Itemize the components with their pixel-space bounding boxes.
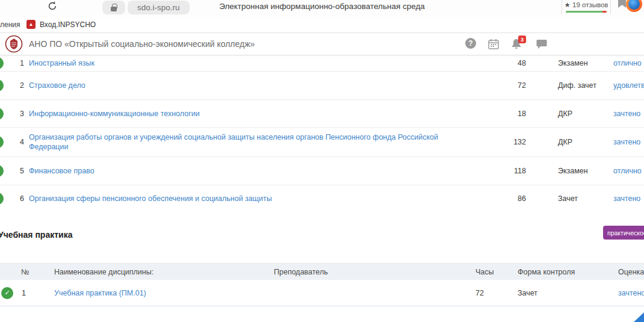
table-row: ✓ 6 Организация сферы пенсионного обеспе… (0, 185, 644, 212)
row-number: 1 (22, 289, 26, 297)
row-number: 6 (20, 194, 24, 203)
status-check-icon: ✓ (1, 287, 13, 299)
row-number: 4 (20, 138, 24, 146)
table-row: ✓ 1 Иностранный язык 48 Экзамен отлично (0, 55, 644, 72)
control-form: Экзамен (558, 167, 588, 175)
floating-button-fragment[interactable] (634, 312, 644, 322)
help-icon[interactable]: ? (465, 38, 477, 50)
inpsycho-favicon: ▲ (26, 20, 36, 29)
browser-toolbar: sdo.i-spo.ru Электронная информационно-о… (0, 0, 644, 17)
col-header-grade: Оценка (618, 268, 644, 276)
control-form: Зачет (518, 289, 537, 297)
avatar-image (628, 0, 640, 10)
org-name: АНО ПО «Открытый социально-экономический… (29, 39, 255, 49)
hours-value: 72 (475, 289, 484, 297)
col-header-num: № (21, 268, 29, 276)
practice-type-badge: практическое (603, 226, 644, 240)
college-logo[interactable] (5, 35, 23, 53)
col-header-teacher: Преподаватель (274, 268, 328, 276)
notifications-bell-icon[interactable]: 3 (510, 38, 522, 50)
status-check-icon: ✓ (0, 79, 4, 91)
hours-value: 18 (494, 110, 526, 118)
hours-value: 86 (494, 194, 526, 203)
control-form: Экзамен (558, 59, 588, 67)
status-check-icon: ✓ (0, 193, 4, 205)
control-form: Диф. зачет (558, 81, 596, 90)
discipline-link[interactable]: Информационно-коммуникационные технологи… (29, 109, 200, 119)
control-form: Зачет (558, 194, 578, 203)
table-row: ✓ 2 Страховое дело 72 Диф. зачет удовлет… (0, 72, 644, 100)
hours-value: 48 (494, 59, 526, 67)
grade-link[interactable]: отлично (613, 59, 642, 67)
bookmark-item-inpsycho[interactable]: Вход.INPSYCHO (40, 20, 96, 29)
control-form: ДКР (558, 110, 572, 118)
chat-icon[interactable] (536, 38, 548, 50)
hours-value: 132 (494, 138, 526, 146)
grade-link[interactable]: зачтено (618, 289, 644, 297)
grade-link[interactable]: зачтено (613, 138, 640, 146)
table-row: ✓ 5 Финансовое право 118 Экзамен отлично (0, 157, 644, 185)
hours-value: 72 (494, 81, 526, 90)
notification-badge: 3 (518, 36, 526, 43)
table-header-row: № Наименование дисциплины: Преподаватель… (0, 263, 644, 280)
table-row: ✓ 1 Учебная практика (ПМ.01) 72 Зачет за… (0, 280, 644, 306)
grade-link[interactable]: зачтено (613, 110, 640, 118)
grade-link[interactable]: удовлетворительно (613, 81, 644, 90)
grade-link[interactable]: зачтено (613, 194, 640, 203)
page: sdo.i-spo.ru Электронная информационно-о… (0, 0, 644, 322)
col-header-control: Форма контроля (518, 268, 575, 276)
table-row: ✓ 4 Организация работы органов и учрежде… (0, 128, 644, 157)
section-title: Учебная практика (0, 230, 72, 240)
row-number: 1 (20, 59, 24, 67)
discipline-link[interactable]: Учебная практика (ПМ.01) (54, 289, 146, 297)
control-form: ДКР (558, 138, 572, 146)
bookmarks-bar: ления ▲ Вход.INPSYCHO (0, 17, 644, 33)
discipline-link[interactable]: Страховое дело (29, 81, 85, 90)
status-check-icon: ✓ (0, 136, 4, 148)
grade-link[interactable]: отлично (613, 167, 642, 175)
hours-value: 118 (494, 167, 526, 175)
reviews-label: ★ 19 отзывов (565, 1, 608, 9)
row-number: 3 (20, 110, 24, 118)
discipline-link[interactable]: Иностранный язык (29, 58, 94, 68)
site-reviews-button[interactable]: ★ 19 отзывов (562, 0, 611, 14)
row-number: 2 (20, 81, 24, 90)
table-row: ✓ 3 Информационно-коммуникационные техно… (0, 100, 644, 128)
discipline-link[interactable]: Финансовое право (29, 166, 94, 176)
discipline-link[interactable]: Организация сферы пенсионного обеспечени… (29, 194, 272, 203)
site-header: АНО ПО «Открытый социально-экономический… (0, 33, 644, 55)
status-check-icon: ✓ (0, 57, 4, 69)
col-header-hours: Часы (475, 268, 494, 276)
bookmark-item-partial[interactable]: ления (0, 20, 20, 29)
status-check-icon: ✓ (0, 108, 4, 120)
reviews-rating-bar (566, 11, 607, 13)
discipline-link[interactable]: Организация работы органов и учреждений … (29, 132, 450, 152)
status-check-icon: ✓ (0, 165, 4, 177)
col-header-name: Наименование дисциплины: (54, 268, 153, 276)
row-number: 5 (20, 167, 24, 175)
browser-page-title: Электронная информационно-образовательна… (0, 2, 644, 11)
calendar-icon[interactable] (488, 38, 500, 50)
